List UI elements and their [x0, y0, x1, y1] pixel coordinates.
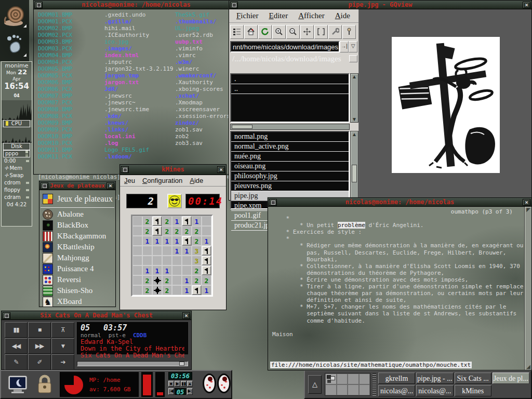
zoom-fit-icon[interactable]: [300, 25, 314, 39]
miniaturize-button[interactable]: [3, 312, 10, 319]
file-row[interactable]: nuée.png: [231, 152, 349, 162]
cd-pause-button[interactable]: ▮▮: [181, 381, 187, 387]
cell-mine[interactable]: [152, 285, 162, 295]
zoom-out-icon[interactable]: [286, 25, 300, 39]
menu-item-reversi[interactable]: Reversi: [39, 274, 115, 285]
smiley-button[interactable]: [167, 194, 182, 208]
cd-eject-button[interactable]: ▲: [187, 381, 193, 387]
cell-open[interactable]: [172, 256, 182, 265]
terminal1-body[interactable]: DOOM01.BMP.gxedit.undoTheSk5.gifDOOM01.P…: [34, 9, 229, 174]
scroll-thumb[interactable]: [352, 165, 357, 182]
mount-floppy[interactable]: floppy: [2, 187, 32, 194]
pager-cell-3[interactable]: [348, 374, 359, 384]
cell-number[interactable]: 2: [192, 226, 202, 236]
cell-open[interactable]: [152, 256, 162, 265]
terminal2-scrollbar[interactable]: ◤ ◢: [524, 207, 531, 370]
cell-open[interactable]: [172, 265, 182, 275]
file-row[interactable]: oiseau.png: [231, 162, 349, 171]
gnome-foot-icon[interactable]: [2, 32, 27, 57]
cell-number[interactable]: 1: [142, 236, 152, 246]
refresh-icon[interactable]: [258, 25, 272, 39]
menu-item-kbackgammon[interactable]: KBackgammon: [39, 231, 115, 242]
quit-button[interactable]: ➔: [51, 354, 74, 370]
file-row[interactable]: normal_active.png: [231, 142, 349, 152]
slider-thumb[interactable]: [179, 362, 184, 366]
cell-flagged[interactable]: [202, 256, 211, 265]
eject-button[interactable]: ⊼: [51, 322, 74, 338]
cell-number[interactable]: 1: [182, 246, 192, 256]
cell-number[interactable]: 1: [162, 265, 172, 275]
terminal2-titlebar[interactable]: nicolas@monime: /home/nicolas ×: [268, 198, 531, 207]
swap-meter[interactable]: ✛Swap: [2, 172, 32, 179]
panel-handle[interactable]: [373, 373, 376, 396]
cell-number[interactable]: 1: [172, 216, 182, 226]
disk-label[interactable]: Disk: [3, 143, 30, 150]
mem-meter[interactable]: ✛Mem: [2, 165, 32, 172]
panel-collapse-button[interactable]: △: [308, 375, 322, 394]
directory-row[interactable]: .: [231, 74, 349, 84]
monitor-moon-icon[interactable]: [6, 373, 29, 396]
pager-cell-2[interactable]: [337, 374, 348, 384]
cell-number[interactable]: 1: [152, 265, 162, 275]
menu-item-blackbox[interactable]: BlackBox: [39, 220, 115, 231]
cell-open[interactable]: [132, 275, 142, 285]
zoom-1to1-icon[interactable]: [314, 25, 328, 39]
cell-number[interactable]: 2: [142, 216, 152, 226]
task-button[interactable]: Jeux de pl...: [493, 373, 529, 384]
task-button[interactable]: nicolas@...: [378, 385, 415, 396]
dir-hscrollbar[interactable]: [230, 124, 350, 130]
menu-item-abalone[interactable]: Abalone: [39, 209, 115, 220]
cd-play-button[interactable]: ▶: [175, 381, 180, 387]
miniaturize-button[interactable]: [35, 2, 43, 8]
cell-open[interactable]: [202, 226, 211, 236]
close-icon[interactable]: ×: [217, 166, 225, 173]
cell-number[interactable]: 2: [162, 285, 172, 295]
task-button[interactable]: Six Cats ...: [455, 373, 491, 384]
menu-fichier[interactable]: Fichier: [232, 10, 263, 21]
menu-jeu[interactable]: Jeu: [124, 177, 135, 184]
cpu-label[interactable]: CPU: [3, 120, 30, 127]
cell-number[interactable]: 2: [192, 265, 202, 275]
configure-icon[interactable]: [328, 25, 342, 39]
close-icon[interactable]: ×: [107, 182, 114, 189]
cell-number[interactable]: 1: [192, 216, 202, 226]
cell-open[interactable]: [142, 256, 152, 265]
cd-stop-button[interactable]: ■: [168, 381, 174, 387]
scroll-up-icon[interactable]: ◤: [525, 207, 531, 213]
down-button[interactable]: ▼: [51, 338, 74, 354]
cell-number[interactable]: 1: [202, 285, 211, 295]
cell-open[interactable]: [162, 256, 172, 265]
image-view-pane[interactable]: [359, 9, 531, 200]
cell-open[interactable]: [162, 246, 172, 256]
cell-open[interactable]: [132, 246, 142, 256]
cell-open[interactable]: [172, 275, 182, 285]
playlist-button[interactable]: ✎: [5, 354, 28, 370]
cd-next-button[interactable]: ▶|: [187, 388, 193, 395]
terminal2-body[interactable]: oumathpo (p3 of 3) * * Un petit problème…: [268, 207, 524, 370]
gqview-titlebar[interactable]: pipe.jpg - GQview ×: [229, 1, 531, 9]
cell-number[interactable]: 2: [192, 236, 202, 246]
padlock-icon[interactable]: [33, 373, 56, 396]
history-combo[interactable]: /.../home/nicolas/download/images: [229, 53, 358, 64]
path-go-button[interactable]: →|: [340, 41, 349, 52]
cd-prev-button[interactable]: |◀: [168, 388, 174, 395]
cell-flagged[interactable]: [182, 236, 192, 246]
rewind-button[interactable]: ◀◀: [5, 338, 28, 354]
combo-button[interactable]: [349, 55, 357, 62]
cell-number[interactable]: 2: [192, 275, 202, 285]
pager-cell-4[interactable]: [359, 374, 370, 384]
pause-button[interactable]: ▮▮: [5, 322, 28, 338]
cell-number[interactable]: 2: [142, 226, 152, 236]
float-icon[interactable]: [342, 25, 356, 39]
pager-cell-6[interactable]: [337, 384, 348, 395]
menu-configuration[interactable]: Configuration: [142, 177, 182, 184]
stop-button[interactable]: ■: [28, 322, 51, 338]
ppp0-label[interactable]: pppo: [3, 150, 30, 157]
close-icon[interactable]: ×: [523, 2, 530, 8]
cell-flagged[interactable]: [192, 285, 202, 295]
kmines-titlebar[interactable]: kMines ×: [120, 165, 226, 175]
cell-flagged[interactable]: [152, 226, 162, 236]
cell-open[interactable]: [132, 256, 142, 265]
scroll-down-icon[interactable]: ◢: [525, 364, 531, 370]
cell-open[interactable]: [142, 246, 152, 256]
